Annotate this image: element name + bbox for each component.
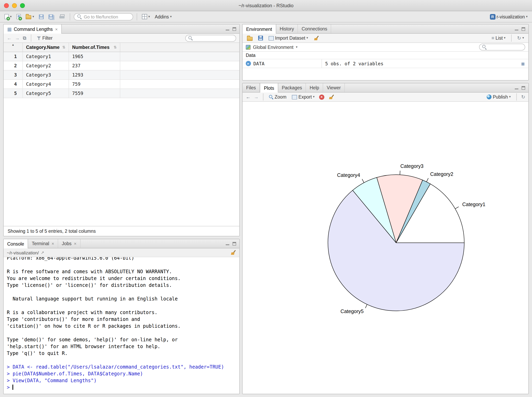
minimize-window-button[interactable] — [12, 3, 17, 8]
tab-plots[interactable]: Plots — [260, 83, 278, 93]
pane-window-buttons — [222, 25, 239, 33]
minimize-pane-button[interactable] — [515, 27, 518, 31]
tab-terminal[interactable]: Terminal × — [28, 239, 58, 248]
tab-command-lengths[interactable]: ▦ Command Lengths × — [4, 25, 62, 34]
table-header: ▲ Category.Name ⇅ Number.of.Times ⇅ — [4, 43, 239, 52]
pane-layout-button[interactable]: ▾ — [141, 13, 151, 20]
tab-label: Packages — [282, 85, 302, 90]
tab-files[interactable]: Files — [242, 83, 260, 92]
zoom-label: Zoom — [275, 94, 286, 99]
environment-search-box[interactable] — [479, 44, 525, 50]
table-cell: 1965 — [69, 52, 120, 61]
close-window-button[interactable] — [4, 3, 9, 8]
filter-button[interactable]: Filter — [36, 35, 54, 41]
export-label: Export — [298, 94, 312, 99]
expand-object-icon[interactable]: ▶ — [246, 61, 251, 66]
tab-console[interactable]: Console — [4, 239, 28, 248]
console-prompt-line[interactable]: > — [7, 384, 236, 391]
open-file-button[interactable]: ▾ — [25, 13, 35, 20]
minimize-pane-button[interactable] — [515, 86, 518, 89]
forward-button[interactable]: → — [15, 36, 20, 40]
table-row[interactable]: 3Category31293 — [4, 70, 239, 80]
console-line: 'citation()' on how to cite R or R packa… — [7, 323, 236, 330]
row-number-header[interactable]: ▲ — [4, 43, 23, 52]
project-menu-button[interactable]: R r-visualization ▾ — [488, 13, 529, 20]
console-cursor — [13, 385, 13, 390]
refresh-plots-button[interactable]: ↻ — [521, 94, 525, 99]
view-object-button[interactable]: ▦ — [522, 61, 525, 66]
pane-window-buttons — [512, 83, 528, 92]
import-dataset-button[interactable]: Import Dataset ▾ — [267, 35, 309, 41]
maximize-pane-button[interactable] — [522, 27, 525, 31]
zoom-window-button[interactable] — [20, 3, 25, 8]
table-row[interactable]: 5Category57559 — [4, 89, 239, 98]
tab-history[interactable]: History — [276, 25, 298, 33]
close-tab-icon[interactable]: × — [55, 27, 58, 31]
addins-button[interactable]: Addins ▾ — [153, 13, 173, 20]
maximize-pane-button[interactable] — [233, 27, 236, 31]
plot-area: Category1Category2Category3Category4Cate… — [242, 102, 528, 394]
global-environment-label[interactable]: Global Environment — [253, 45, 293, 50]
print-button[interactable] — [58, 13, 66, 20]
publish-icon — [487, 94, 492, 99]
goto-file-box[interactable] — [74, 13, 133, 20]
column-header-category-name[interactable]: Category.Name ⇅ — [23, 43, 69, 52]
section-label: Data — [246, 53, 256, 58]
save-icon — [39, 14, 44, 19]
table-search-box[interactable] — [185, 35, 236, 42]
rstudio-window: ~/r-visualization - RStudio ▾ ▾ ▾ Addins — [0, 0, 532, 397]
console-line — [7, 303, 236, 309]
popout-button[interactable]: ⧉ — [23, 36, 26, 40]
environment-search-input[interactable] — [488, 45, 522, 50]
console-line: You are welcome to redistribute it under… — [7, 275, 236, 282]
back-button[interactable]: ← — [7, 36, 12, 40]
new-project-button[interactable] — [15, 13, 22, 20]
close-tab-icon[interactable]: × — [51, 241, 54, 246]
save-workspace-button[interactable] — [257, 35, 264, 41]
refresh-environment-button[interactable]: ↻ ▾ — [516, 35, 525, 41]
load-workspace-button[interactable] — [246, 35, 254, 42]
console-lines: Platform: x86_64-apple-darwin15.6.0 (64-… — [7, 257, 236, 391]
table-search-input[interactable] — [194, 36, 233, 40]
tab-viewer[interactable]: Viewer — [323, 83, 345, 92]
minimize-pane-button[interactable] — [226, 27, 229, 31]
save-button[interactable] — [38, 13, 45, 20]
tab-environment[interactable]: Environment — [242, 25, 276, 34]
console-output[interactable]: Platform: x86_64-apple-darwin15.6.0 (64-… — [4, 257, 239, 394]
new-file-button[interactable]: ▾ — [3, 13, 13, 20]
save-all-button[interactable] — [47, 13, 56, 20]
pie-label-tick — [362, 179, 364, 183]
console-line: R is a collaborative project with many c… — [7, 309, 236, 316]
export-plot-button[interactable]: Export ▾ — [291, 94, 316, 100]
clear-console-icon[interactable] — [230, 250, 236, 255]
list-view-button[interactable]: ≡ List ▾ — [490, 35, 507, 41]
publish-plot-button[interactable]: Publish ▾ — [486, 94, 512, 100]
table-icon: ▦ — [7, 27, 12, 31]
clear-all-plots-button[interactable] — [327, 93, 335, 100]
close-tab-icon[interactable]: × — [74, 241, 76, 246]
caret-icon: ▾ — [148, 15, 150, 18]
table-row[interactable]: 4Category4759 — [4, 80, 239, 89]
tab-label: Plots — [264, 86, 274, 90]
remove-plot-button[interactable]: × — [319, 94, 324, 99]
console-line: Type 'license()' or 'licence()' for dist… — [7, 282, 236, 289]
clear-environment-button[interactable] — [312, 35, 321, 42]
tab-jobs[interactable]: Jobs × — [58, 239, 80, 248]
environment-object-row[interactable]: ▶ DATA 5 obs. of 2 variables ▦ — [242, 59, 528, 68]
table-row[interactable]: 1Category11965 — [4, 52, 239, 61]
previous-plot-button[interactable]: ← — [246, 94, 251, 99]
zoom-plot-button[interactable]: Zoom — [268, 94, 288, 100]
next-plot-button[interactable]: → — [254, 94, 259, 99]
tab-connections[interactable]: Connections — [298, 25, 331, 33]
goto-file-input[interactable] — [84, 14, 141, 19]
maximize-pane-button[interactable] — [522, 86, 525, 90]
tab-packages[interactable]: Packages — [278, 83, 306, 92]
column-header-number-of-times[interactable]: Number.of.Times ⇅ — [69, 43, 120, 52]
tab-label: Files — [246, 85, 256, 90]
goto-directory-icon[interactable]: ↗ — [41, 250, 44, 255]
tab-help[interactable]: Help — [306, 83, 323, 92]
maximize-pane-button[interactable] — [233, 242, 236, 245]
minimize-pane-button[interactable] — [226, 242, 229, 245]
table-row[interactable]: 2Category2237 — [4, 61, 239, 70]
plots-toolbar: ← → Zoom Export ▾ × Publish ▾ ↻ — [242, 93, 528, 102]
